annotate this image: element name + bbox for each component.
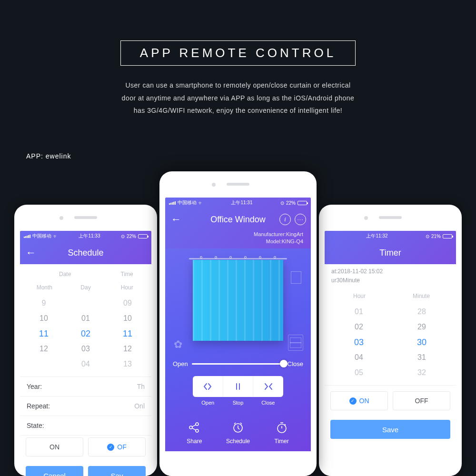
more-icon[interactable]: ···: [295, 214, 306, 225]
svg-point-0: [189, 426, 192, 429]
promo-banner: APP REMOTE CONTROL User can use a smartp…: [119, 40, 357, 117]
status-bar: 中国移动ᯤ 上午11:33 ⊙22%: [20, 231, 151, 241]
expand-icon: [203, 382, 212, 391]
state-on-button[interactable]: ✓ON: [330, 391, 388, 410]
open-close-slider[interactable]: Open Close: [173, 360, 303, 367]
repeat-row[interactable]: Repeat:Onl: [20, 396, 151, 416]
time-picker[interactable]: 01 02 03 04 05 28 29 30 31 32: [327, 304, 453, 380]
cabinet-icon: [288, 335, 303, 351]
minute-column: 28 29 30 31 32: [390, 304, 453, 380]
share-icon: [187, 420, 202, 435]
close-button[interactable]: [253, 376, 283, 397]
info-icon[interactable]: i: [279, 214, 291, 225]
collapse-icon: [264, 382, 273, 391]
state-label-row: State:: [20, 416, 151, 435]
save-button[interactable]: Sav: [88, 466, 146, 476]
phone-main: 中国移动ᯤ 上午11:31 ⊙22% ← Office Window i ···…: [159, 171, 317, 476]
screen-title: Office Window: [210, 215, 266, 225]
nav-schedule[interactable]: Schedule: [226, 420, 250, 445]
picker-col-header: Hour Minute: [327, 291, 453, 304]
state-on-button[interactable]: ON: [26, 437, 83, 456]
phone-schedule: 中国移动ᯤ 上午11:33 ⊙22% ← Schedule Date Time …: [14, 205, 157, 476]
screen-title: Schedule: [68, 248, 103, 258]
nav-share[interactable]: Share: [187, 420, 202, 445]
page-subtitle: User can use a smartphone to remotely op…: [119, 79, 357, 117]
svg-point-2: [196, 429, 198, 432]
slider-close-label: Close: [288, 360, 303, 367]
hour-column: 09 10 11 12 13: [107, 296, 149, 372]
control-pill: [193, 376, 283, 397]
page-title: APP REMOTE CONTROL: [120, 40, 356, 66]
stop-button[interactable]: [223, 376, 253, 397]
open-button[interactable]: [193, 376, 223, 397]
state-off-button[interactable]: OFF: [393, 391, 450, 410]
picture-frame-icon: [291, 271, 301, 284]
phone-timer: 上午11:32 ⊙21% Timer at:2018-11-02 15:02 u…: [319, 205, 462, 476]
timer-info: at:2018-11-02 15:02 ur30Minute: [325, 264, 456, 286]
back-button[interactable]: ←: [171, 213, 181, 226]
status-bar: 中国移动ᯤ 上午11:31 ⊙22%: [165, 198, 311, 208]
plant-icon: ✿: [174, 338, 182, 351]
phone-stage: 中国移动ᯤ 上午11:33 ⊙22% ← Schedule Date Time …: [0, 167, 476, 476]
curtain-illustration: ✿: [172, 252, 304, 355]
screen-title: Timer: [379, 248, 401, 258]
hour-column: 01 02 03 04 05: [327, 304, 390, 380]
status-bar: 上午11:32 ⊙21%: [325, 231, 456, 241]
slider-open-label: Open: [173, 360, 188, 367]
cancel-button[interactable]: Cancel: [26, 466, 83, 476]
year-row[interactable]: Year:Th: [20, 377, 151, 396]
picker-col-header: Month Day Hour: [23, 282, 149, 296]
svg-point-1: [196, 423, 198, 426]
date-picker[interactable]: 9 10 11 12 01 02 03 04 09: [23, 296, 149, 372]
save-button[interactable]: Save: [330, 420, 450, 439]
slider-thumb[interactable]: [280, 360, 288, 367]
control-labels: Open Stop Close: [193, 400, 283, 406]
picker-group-header: Date Time: [23, 269, 149, 282]
clock-icon: [230, 420, 246, 435]
state-off-button[interactable]: ✓OF: [88, 437, 146, 456]
app-name-label: APP: ewelink: [26, 152, 71, 160]
device-info: Manufacturer:KingArt Model:KING-Q4: [165, 231, 311, 248]
nav-timer[interactable]: Timer: [274, 420, 289, 445]
timer-icon: [274, 420, 289, 435]
back-button[interactable]: ←: [26, 247, 36, 259]
day-column: 01 02 03 04: [65, 296, 107, 372]
pause-icon: [234, 382, 242, 391]
month-column: 9 10 11 12: [23, 296, 65, 372]
